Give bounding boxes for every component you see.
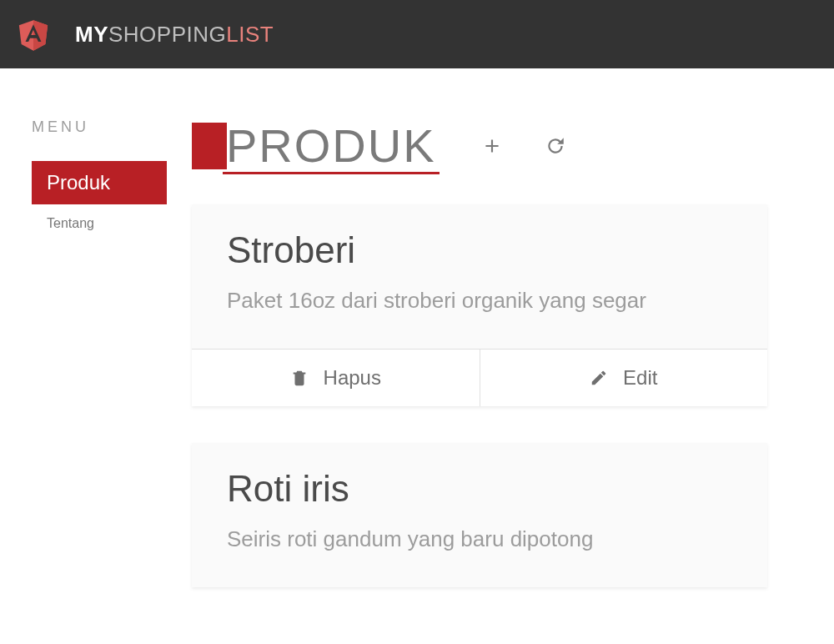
- edit-button[interactable]: Edit: [480, 350, 768, 406]
- refresh-button[interactable]: [545, 135, 566, 157]
- sidebar-item-label: Produk: [47, 171, 110, 194]
- sidebar: MENU Produk Tentang: [0, 118, 167, 624]
- delete-label: Hapus: [324, 366, 381, 390]
- sidebar-item-tentang[interactable]: Tentang: [32, 208, 167, 239]
- brand-part2: SHOPPING: [108, 22, 226, 47]
- brand-part1: MY: [75, 22, 108, 47]
- trash-icon: [290, 369, 309, 387]
- sidebar-item-produk[interactable]: Produk: [32, 161, 167, 204]
- edit-icon: [590, 369, 608, 387]
- brand-title: MYSHOPPINGLIST: [75, 22, 274, 48]
- product-card-body: Stroberi Paket 16oz dari stroberi organi…: [192, 204, 767, 349]
- product-card-body: Roti iris Seiris roti gandum yang baru d…: [192, 443, 767, 587]
- sidebar-item-label: Tentang: [47, 216, 94, 230]
- title-accent-block: [192, 123, 227, 169]
- page-title: PRODUK: [223, 118, 440, 173]
- page-header: PRODUK: [192, 118, 767, 173]
- refresh-icon: [545, 135, 566, 157]
- page-header-actions: [481, 135, 566, 157]
- product-card: Roti iris Seiris roti gandum yang baru d…: [192, 443, 767, 587]
- product-card: Stroberi Paket 16oz dari stroberi organi…: [192, 204, 767, 406]
- page-title-wrap: PRODUK: [223, 118, 440, 173]
- title-underline: [223, 172, 440, 174]
- product-name: Roti iris: [227, 468, 732, 510]
- delete-button[interactable]: Hapus: [192, 350, 480, 406]
- add-button[interactable]: [481, 135, 503, 157]
- edit-label: Edit: [623, 366, 657, 390]
- main-content: PRODUK Stroberi Paket 16o: [167, 118, 834, 624]
- plus-icon: [481, 135, 503, 157]
- brand-part3: LIST: [226, 22, 274, 47]
- product-description: Paket 16oz dari stroberi organik yang se…: [227, 281, 732, 320]
- product-name: Stroberi: [227, 229, 732, 271]
- product-card-actions: Hapus Edit: [192, 349, 767, 406]
- menu-heading: MENU: [32, 118, 167, 136]
- product-description: Seiris roti gandum yang baru dipotong: [227, 520, 732, 559]
- topbar: MYSHOPPINGLIST: [0, 0, 834, 68]
- angular-logo-icon: [17, 16, 50, 53]
